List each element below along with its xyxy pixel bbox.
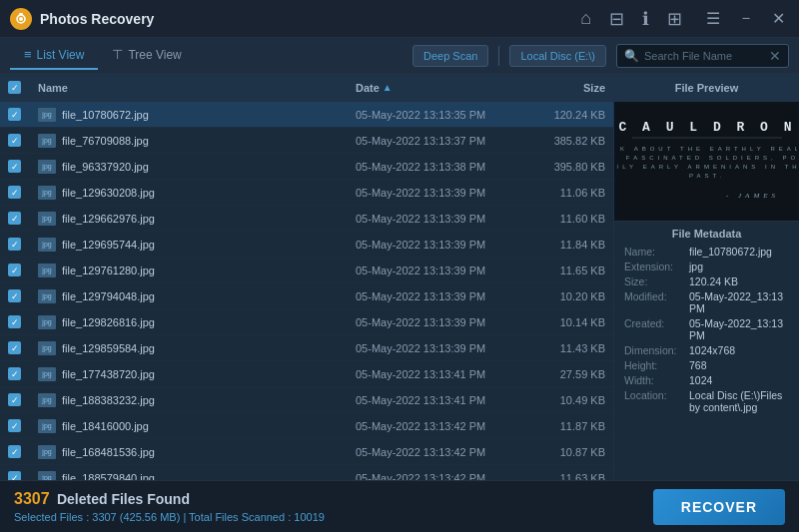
file-name: file_129859584.jpg [62, 342, 356, 354]
local-disc-button[interactable]: Local Disc (E:\) [509, 45, 606, 67]
row-checkbox[interactable]: ✓ [8, 419, 21, 432]
file-name: file_129826816.jpg [62, 316, 356, 328]
info-icon[interactable]: ℹ [642, 8, 649, 30]
table-row[interactable]: ✓ jpg file_96337920.jpg 05-May-2022 13:1… [0, 154, 613, 180]
table-row[interactable]: ✓ jpg file_129662976.jpg 05-May-2022 13:… [0, 206, 613, 232]
bottom-bar: 3307 Deleted Files Found Selected Files … [0, 480, 799, 532]
grid-icon[interactable]: ⊞ [667, 8, 682, 30]
row-checkbox[interactable]: ✓ [8, 315, 21, 328]
meta-ext-row: Extension: jpg [624, 261, 789, 272]
file-size: 11.06 KB [515, 187, 605, 199]
search-box[interactable]: 🔍 ✕ [616, 44, 789, 68]
window-controls: ☰ － ✕ [702, 6, 789, 31]
cauldron-image [617, 103, 797, 221]
file-size: 11.60 KB [515, 213, 605, 225]
file-name: file_129794048.jpg [62, 290, 356, 302]
row-checkbox[interactable]: ✓ [8, 289, 21, 302]
meta-modified-key: Modified: [624, 290, 689, 314]
row-check[interactable]: ✓ [8, 134, 38, 147]
file-type-icon: jpg [38, 341, 56, 355]
home-icon[interactable]: ⌂ [580, 8, 591, 29]
close-button[interactable]: ✕ [768, 7, 789, 30]
clear-search-icon[interactable]: ✕ [769, 48, 781, 64]
table-row[interactable]: ✓ jpg file_129859584.jpg 05-May-2022 13:… [0, 335, 613, 361]
row-checkbox[interactable]: ✓ [8, 212, 21, 225]
file-name: file_129662976.jpg [62, 213, 356, 225]
row-checkbox[interactable]: ✓ [8, 134, 21, 147]
row-checkbox[interactable]: ✓ [8, 471, 21, 480]
meta-created-val: 05-May-2022_13:13 PM [689, 317, 789, 341]
row-check[interactable]: ✓ [8, 471, 38, 480]
deep-scan-button[interactable]: Deep Scan [412, 45, 488, 67]
row-check[interactable]: ✓ [8, 160, 38, 173]
row-check[interactable]: ✓ [8, 341, 38, 354]
file-date: 05-May-2022 13:13:42 PM [356, 420, 515, 432]
row-check[interactable]: ✓ [8, 186, 38, 199]
table-row[interactable]: ✓ jpg file_177438720.jpg 05-May-2022 13:… [0, 361, 613, 387]
row-check[interactable]: ✓ [8, 393, 38, 406]
file-type-icon: jpg [38, 134, 56, 148]
file-type-icon: jpg [38, 419, 56, 433]
row-checkbox[interactable]: ✓ [8, 393, 21, 406]
col-date-header[interactable]: Date ▲ [356, 82, 515, 94]
menu-button[interactable]: ☰ [702, 7, 724, 30]
file-size: 395.80 KB [515, 161, 605, 173]
row-checkbox[interactable]: ✓ [8, 341, 21, 354]
file-name: file_76709088.jpg [62, 135, 356, 147]
row-checkbox[interactable]: ✓ [8, 238, 21, 251]
meta-size-key: Size: [624, 275, 689, 287]
row-check[interactable]: ✓ [8, 108, 38, 121]
deleted-count: 3307 [14, 490, 50, 507]
table-row[interactable]: ✓ jpg file_168481536.jpg 05-May-2022 13:… [0, 439, 613, 465]
table-row[interactable]: ✓ jpg file_129826816.jpg 05-May-2022 13:… [0, 309, 613, 335]
tree-view-tab[interactable]: ⊤ Tree View [98, 41, 195, 70]
table-row[interactable]: ✓ jpg file_129695744.jpg 05-May-2022 13:… [0, 232, 613, 258]
table-row[interactable]: ✓ jpg file_188383232.jpg 05-May-2022 13:… [0, 387, 613, 413]
table-row[interactable]: ✓ jpg file_188579840.jpg 05-May-2022 13:… [0, 465, 613, 480]
row-check[interactable]: ✓ [8, 238, 38, 251]
meta-size-row: Size: 120.24 KB [624, 275, 789, 287]
file-type-icon: jpg [38, 108, 56, 122]
table-row[interactable]: ✓ jpg file_18416000.jpg 05-May-2022 13:1… [0, 413, 613, 439]
table-row[interactable]: ✓ jpg file_129630208.jpg 05-May-2022 13:… [0, 180, 613, 206]
row-checkbox[interactable]: ✓ [8, 264, 21, 276]
row-checkbox[interactable]: ✓ [8, 108, 21, 121]
col-size-header[interactable]: Size [515, 82, 605, 94]
file-date: 05-May-2022 13:13:39 PM [356, 316, 515, 328]
meta-height-val: 768 [689, 359, 789, 371]
row-check[interactable]: ✓ [8, 315, 38, 328]
file-size: 385.82 KB [515, 135, 605, 147]
file-size: 120.24 KB [515, 109, 605, 121]
row-checkbox[interactable]: ✓ [8, 445, 21, 458]
row-check[interactable]: ✓ [8, 212, 38, 225]
search-input[interactable] [644, 50, 764, 62]
preview-canvas [617, 103, 797, 221]
row-checkbox[interactable]: ✓ [8, 160, 21, 173]
row-check[interactable]: ✓ [8, 445, 38, 458]
table-row[interactable]: ✓ jpg file_76709088.jpg 05-May-2022 13:1… [0, 128, 613, 154]
meta-dimension-val: 1024x768 [689, 344, 789, 356]
table-row[interactable]: ✓ jpg file_10780672.jpg 05-May-2022 13:1… [0, 102, 613, 128]
file-name: file_168481536.jpg [62, 446, 356, 458]
row-check[interactable]: ✓ [8, 419, 38, 432]
minimize-button[interactable]: － [734, 6, 758, 31]
recover-button[interactable]: RECOVER [653, 489, 785, 525]
file-size: 10.49 KB [515, 394, 605, 406]
row-check[interactable]: ✓ [8, 367, 38, 380]
file-type-icon: jpg [38, 367, 56, 381]
col-name-header[interactable]: Name [38, 82, 356, 94]
list-view-tab[interactable]: ≡ List View [10, 41, 98, 70]
table-row[interactable]: ✓ jpg file_129761280.jpg 05-May-2022 13:… [0, 258, 613, 283]
row-check[interactable]: ✓ [8, 289, 38, 302]
select-all-checkbox[interactable]: ✓ [8, 81, 21, 94]
scan-icon[interactable]: ⊟ [609, 8, 624, 30]
header-check-col: ✓ [8, 81, 38, 94]
table-row[interactable]: ✓ jpg file_129794048.jpg 05-May-2022 13:… [0, 283, 613, 309]
file-type-icon: jpg [38, 471, 56, 481]
file-date: 05-May-2022 13:13:39 PM [356, 342, 515, 354]
file-size: 11.84 KB [515, 239, 605, 251]
selected-info: Selected Files : 3307 (425.56 MB) | Tota… [14, 511, 653, 523]
row-checkbox[interactable]: ✓ [8, 367, 21, 380]
row-check[interactable]: ✓ [8, 264, 38, 276]
row-checkbox[interactable]: ✓ [8, 186, 21, 199]
